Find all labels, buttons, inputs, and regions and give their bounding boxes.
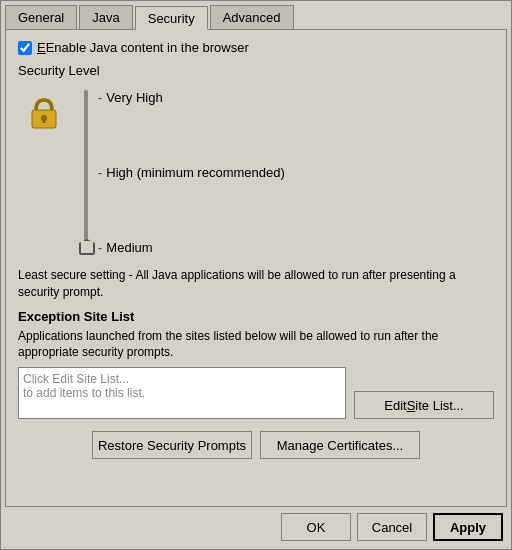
enable-java-checkbox[interactable] — [18, 41, 32, 55]
tab-general[interactable]: General — [5, 5, 77, 29]
slider-area: Very High High (minimum recommended) Med… — [18, 84, 494, 261]
java-control-panel-window: General Java Security Advanced EEnable J… — [0, 0, 512, 550]
lock-icon-container — [18, 84, 60, 261]
tab-security[interactable]: Security — [135, 6, 208, 30]
security-panel: EEnable Java content in the browser Secu… — [5, 29, 507, 507]
slider-label-high: High (minimum recommended) — [98, 165, 285, 180]
enable-java-row: EEnable Java content in the browser — [18, 40, 494, 55]
exception-input-row: Click Edit Site List... to add items to … — [18, 367, 494, 419]
security-level-title: Security Level — [18, 63, 494, 78]
svg-rect-2 — [43, 118, 46, 123]
security-description: Least secure setting - All Java applicat… — [18, 267, 494, 301]
tab-java[interactable]: Java — [79, 5, 132, 29]
tab-advanced[interactable]: Advanced — [210, 5, 294, 29]
apply-button[interactable]: Apply — [433, 513, 503, 541]
enable-java-label: EEnable Java content in the browser — [37, 40, 249, 55]
restore-security-prompts-button[interactable]: Restore Security Prompts — [92, 431, 252, 459]
slider-track: Very High High (minimum recommended) Med… — [68, 84, 285, 261]
lock-icon — [28, 94, 60, 132]
manage-certificates-button[interactable]: Manage Certificates... — [260, 431, 420, 459]
dialog-footer: OK Cancel Apply — [1, 507, 511, 549]
slider-labels: Very High High (minimum recommended) Med… — [88, 90, 285, 255]
ok-button[interactable]: OK — [281, 513, 351, 541]
security-level-section: Security Level — [18, 63, 494, 301]
cancel-button[interactable]: Cancel — [357, 513, 427, 541]
slider-line — [84, 90, 88, 255]
exception-textarea[interactable]: Click Edit Site List... to add items to … — [18, 367, 346, 419]
slider-label-medium: Medium — [98, 240, 285, 255]
slider-label-very-high: Very High — [98, 90, 285, 105]
exception-site-section: Exception Site List Applications launche… — [18, 309, 494, 420]
exception-description: Applications launched from the sites lis… — [18, 328, 494, 362]
bottom-action-buttons: Restore Security Prompts Manage Certific… — [18, 431, 494, 459]
exception-title: Exception Site List — [18, 309, 494, 324]
edit-sitelist-button[interactable]: Edit Site List... — [354, 391, 494, 419]
tab-bar: General Java Security Advanced — [1, 1, 511, 29]
